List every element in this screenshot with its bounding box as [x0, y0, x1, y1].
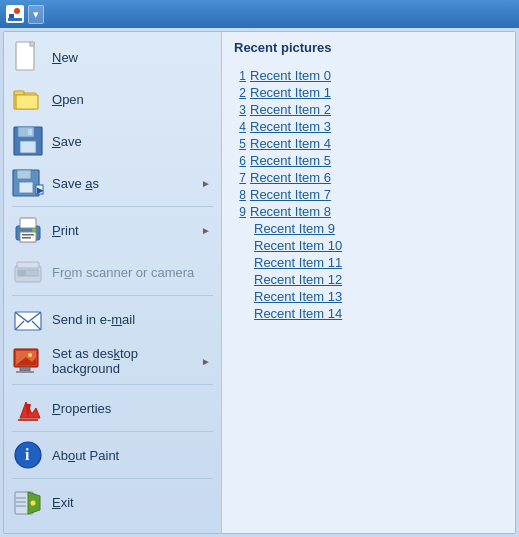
menu-item-save[interactable]: Save — [4, 120, 221, 162]
recent-list-item[interactable]: Recent Item 10 — [234, 237, 503, 254]
new-icon — [12, 41, 44, 73]
svg-rect-23 — [22, 237, 31, 239]
svg-rect-27 — [18, 270, 26, 276]
dropdown-arrow: ▾ — [33, 8, 39, 21]
saveas-arrow: ► — [201, 178, 211, 189]
recent-list-item[interactable]: 3Recent Item 2 — [234, 101, 503, 118]
recent-item-number: 3 — [234, 103, 246, 117]
svg-rect-13 — [28, 129, 32, 135]
svg-rect-37 — [16, 371, 34, 373]
new-label: New — [52, 50, 211, 65]
menu-item-print[interactable]: Print ► — [4, 209, 221, 251]
exit-icon — [12, 486, 44, 518]
save-icon — [12, 125, 44, 157]
menu-item-saveas[interactable]: ▶ Save as ► — [4, 162, 221, 204]
recent-list-item[interactable]: 6Recent Item 5 — [234, 152, 503, 169]
svg-rect-22 — [22, 234, 34, 236]
recent-list-item[interactable]: 5Recent Item 4 — [234, 135, 503, 152]
recent-list-item[interactable]: 4Recent Item 3 — [234, 118, 503, 135]
recent-item-label: Recent Item 11 — [254, 255, 342, 270]
recent-item-number: 8 — [234, 188, 246, 202]
recent-panel: Recent pictures 1Recent Item 02Recent It… — [222, 32, 515, 533]
recent-item-label: Recent Item 0 — [250, 68, 331, 83]
title-bar: ▾ — [0, 0, 519, 28]
svg-rect-16 — [19, 182, 33, 193]
about-label: About Paint — [52, 448, 211, 463]
save-label: Save — [52, 134, 211, 149]
svg-rect-6 — [30, 42, 34, 46]
recent-list-item[interactable]: 8Recent Item 7 — [234, 186, 503, 203]
print-arrow: ► — [201, 225, 211, 236]
left-menu: New Open — [4, 32, 222, 533]
recent-item-label: Recent Item 7 — [250, 187, 331, 202]
menu-item-open[interactable]: Open — [4, 78, 221, 120]
props-label: Properties — [52, 401, 211, 416]
svg-rect-20 — [20, 218, 36, 228]
open-icon — [12, 83, 44, 115]
recent-item-number: 6 — [234, 154, 246, 168]
app-icon — [6, 5, 24, 23]
scanner-label: From scanner or camera — [52, 265, 211, 280]
desktop-arrow: ► — [201, 356, 211, 367]
svg-text:▶: ▶ — [37, 186, 44, 195]
recent-list-item[interactable]: 9Recent Item 8 — [234, 203, 503, 220]
divider-3 — [12, 384, 213, 385]
print-icon — [12, 214, 44, 246]
props-icon — [12, 392, 44, 424]
title-dropdown[interactable]: ▾ — [28, 5, 44, 24]
divider-1 — [12, 206, 213, 207]
recent-list-item[interactable]: Recent Item 12 — [234, 271, 503, 288]
recent-list-item[interactable]: 1Recent Item 0 — [234, 67, 503, 84]
menu-item-new[interactable]: New — [4, 36, 221, 78]
svg-rect-9 — [16, 95, 38, 109]
svg-point-35 — [28, 353, 32, 357]
recent-item-label: Recent Item 2 — [250, 102, 331, 117]
svg-rect-3 — [8, 18, 22, 21]
menu-item-scanner[interactable]: From scanner or camera — [4, 251, 221, 293]
menu-item-desktop[interactable]: Set as desktop background ► — [4, 340, 221, 382]
recent-item-number: 5 — [234, 137, 246, 151]
menu-item-email[interactable]: Send in e-mail — [4, 298, 221, 340]
print-label: Print — [52, 223, 201, 238]
scanner-icon — [12, 256, 44, 288]
svg-rect-36 — [20, 367, 30, 371]
recent-list-item[interactable]: Recent Item 14 — [234, 305, 503, 322]
divider-5 — [12, 478, 213, 479]
menu-item-properties[interactable]: Properties — [4, 387, 221, 429]
recent-list-item[interactable]: Recent Item 9 — [234, 220, 503, 237]
menu-item-exit[interactable]: Exit — [4, 481, 221, 523]
svg-text:i: i — [25, 446, 30, 463]
recent-list-item[interactable]: Recent Item 13 — [234, 288, 503, 305]
recent-item-label: Recent Item 1 — [250, 85, 331, 100]
recent-item-label: Recent Item 4 — [250, 136, 331, 151]
svg-rect-28 — [17, 262, 39, 268]
desktop-label: Set as desktop background — [52, 346, 201, 376]
recent-item-label: Recent Item 3 — [250, 119, 331, 134]
recent-item-label: Recent Item 9 — [254, 221, 335, 236]
svg-rect-12 — [20, 141, 36, 153]
desktop-icon — [12, 345, 44, 377]
recent-item-number: 2 — [234, 86, 246, 100]
svg-rect-15 — [17, 170, 31, 179]
recent-title: Recent pictures — [234, 40, 503, 59]
svg-point-24 — [32, 228, 36, 232]
recent-item-number: 9 — [234, 205, 246, 219]
recent-item-label: Recent Item 13 — [254, 289, 342, 304]
menu-item-about[interactable]: i About Paint — [4, 434, 221, 476]
saveas-icon: ▶ — [12, 167, 44, 199]
recent-list-item[interactable]: 2Recent Item 1 — [234, 84, 503, 101]
recent-list: 1Recent Item 02Recent Item 13Recent Item… — [234, 67, 503, 322]
recent-item-label: Recent Item 14 — [254, 306, 342, 321]
recent-list-item[interactable]: 7Recent Item 6 — [234, 169, 503, 186]
saveas-label: Save as — [52, 176, 201, 191]
recent-item-number: 1 — [234, 69, 246, 83]
email-icon — [12, 303, 44, 335]
exit-label: Exit — [52, 495, 211, 510]
recent-item-number: 7 — [234, 171, 246, 185]
recent-item-label: Recent Item 8 — [250, 204, 331, 219]
recent-item-label: Recent Item 10 — [254, 238, 342, 253]
svg-point-42 — [31, 501, 36, 506]
divider-4 — [12, 431, 213, 432]
recent-list-item[interactable]: Recent Item 11 — [234, 254, 503, 271]
recent-item-label: Recent Item 12 — [254, 272, 342, 287]
